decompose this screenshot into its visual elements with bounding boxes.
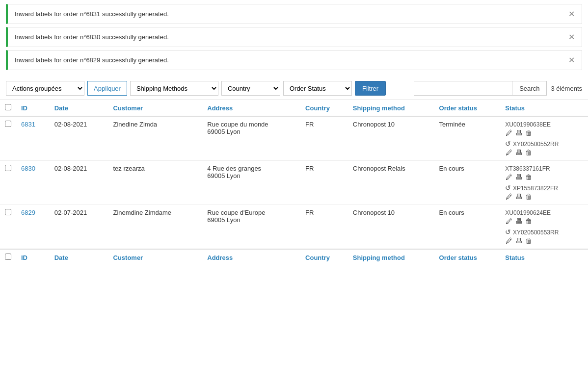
row-country: FR [300,116,348,161]
alert-alert-6830: Inward labels for order n°6830 successfu… [6,27,582,47]
header-order-status: Order status [434,100,501,116]
order-id-link[interactable]: 6830 [21,165,35,172]
delete-icon-2[interactable]: 🗑 [525,149,533,156]
appliquer-button[interactable]: Appliquer [87,81,127,96]
footer-country: Country [300,249,348,265]
print-icon-2[interactable]: 🖶 [515,237,523,245]
header-address: Address [202,100,300,116]
footer-customer: Customer [108,249,203,265]
undo-icon: ↺ [505,184,511,192]
toolbar: Actions groupées Appliquer Shipping Meth… [0,77,588,100]
row-date: 02-07-2021 [50,205,108,250]
orders-table: ID Date Customer Address Country Shippin… [0,100,588,265]
download-icon-2[interactable]: 🖉 [505,193,513,201]
download-icon-1[interactable]: 🖉 [505,129,513,137]
country-select[interactable]: Country [221,81,280,96]
header-country: Country [300,100,348,116]
footer-select-all-checkbox[interactable] [5,254,11,260]
row-status: XT386337161FR 🖉 🖶 🗑 ↺ XP155873822FR 🖉 🖶 … [500,161,588,205]
header-date: Date [50,100,108,116]
tracking-block-2: ↺ XY020500552RR 🖉 🖶 🗑 [505,140,583,156]
toolbar-right: Search 3 éléments [414,81,582,96]
row-customer: Zinedine Zimda [108,116,203,161]
download-icon-2[interactable]: 🖉 [505,237,513,245]
tracking-block-1: XU001990624EE 🖉 🖶 🗑 [505,209,583,225]
header-shipping-method: Shipping method [348,100,434,116]
status-icons-2: 🖉 🖶 🗑 [505,237,583,245]
delete-icon-2[interactable]: 🗑 [525,237,533,245]
alert-close-button[interactable]: ✕ [568,55,575,65]
footer-checkbox-col [0,249,16,265]
print-icon-1[interactable]: 🖶 [515,129,523,137]
row-customer: Zinemdine Zimdame [108,205,203,250]
print-icon-2[interactable]: 🖶 [515,193,523,201]
delete-icon-1[interactable]: 🗑 [525,217,533,225]
status-icons-1: 🖉 🖶 🗑 [505,129,583,137]
row-order-status: En cours [434,161,501,205]
footer-order-status: Order status [434,249,501,265]
tracking-number-1: XU001990638EE [505,121,551,128]
row-id: 6829 [16,205,50,250]
header-customer: Customer [108,100,203,116]
footer-shipping-method: Shipping method [348,249,434,265]
row-checkbox[interactable] [5,165,11,171]
tracking-block-2: ↺ XP155873822FR 🖉 🖶 🗑 [505,184,583,201]
select-all-checkbox[interactable] [5,104,11,110]
download-icon-1[interactable]: 🖉 [505,173,513,181]
alert-close-button[interactable]: ✕ [568,32,575,42]
header-checkbox-col [0,100,16,116]
toolbar-left: Actions groupées Appliquer Shipping Meth… [6,81,386,96]
table-footer-row: ID Date Customer Address Country Shippin… [0,249,588,265]
row-date: 02-08-2021 [50,161,108,205]
row-shipping-method: Chronopost 10 [348,205,434,250]
download-icon-2[interactable]: 🖉 [505,149,513,156]
row-checkbox[interactable] [5,121,11,127]
row-address: Rue coupe d'Europe69005 Lyon [202,205,300,250]
search-area: Search [414,81,547,96]
row-checkbox[interactable] [5,209,11,215]
alert-close-button[interactable]: ✕ [568,9,575,19]
delete-icon-2[interactable]: 🗑 [525,193,533,201]
order-status-select[interactable]: Order Status [283,81,352,96]
tracking-block-2: ↺ XY020500553RR 🖉 🖶 🗑 [505,228,583,245]
row-shipping-method: Chronopost Relais [348,161,434,205]
search-button[interactable]: Search [512,81,547,96]
status-icons-1: 🖉 🖶 🗑 [505,173,583,181]
print-icon-1[interactable]: 🖶 [515,173,523,181]
actions-groupees-select[interactable]: Actions groupées [6,81,84,96]
filtrer-button[interactable]: Filtrer [355,81,386,96]
order-id-link[interactable]: 6831 [21,121,35,128]
status-icons-2: 🖉 🖶 🗑 [505,193,583,201]
print-icon-2[interactable]: 🖶 [515,149,523,156]
footer-address: Address [202,249,300,265]
status-icons-1: 🖉 🖶 🗑 [505,217,583,225]
status-icons-2: 🖉 🖶 🗑 [505,149,583,156]
search-input[interactable] [414,81,512,96]
footer-date: Date [50,249,108,265]
row-customer: tez rzearza [108,161,203,205]
row-status: XU001990624EE 🖉 🖶 🗑 ↺ XY020500553RR 🖉 🖶 … [500,205,588,250]
table-row: 6830 02-08-2021 tez rzearza 4 Rue des gr… [0,161,588,205]
tracking-number-2: XP155873822FR [513,185,558,192]
count-label: 3 éléments [551,85,582,92]
row-address: 4 Rue des granges69005 Lyon [202,161,300,205]
tracking-number-1: XU001990624EE [505,209,551,216]
delete-icon-1[interactable]: 🗑 [525,129,533,137]
shipping-methods-select[interactable]: Shipping Methods [130,81,218,96]
alert-message: Inward labels for order n°6829 successfu… [15,56,169,64]
download-icon-1[interactable]: 🖉 [505,217,513,225]
delete-icon-1[interactable]: 🗑 [525,173,533,181]
footer-id: ID [16,249,50,265]
row-order-status: En cours [434,205,501,250]
table-row: 6831 02-08-2021 Zinedine Zimda Rue coupe… [0,116,588,161]
print-icon-1[interactable]: 🖶 [515,217,523,225]
tracking-number-2: XY020500553RR [513,229,559,236]
row-checkbox-cell [0,116,16,161]
row-country: FR [300,161,348,205]
undo-icon: ↺ [505,228,511,236]
footer-status: Status [500,249,588,265]
row-order-status: Terminée [434,116,501,161]
order-id-link[interactable]: 6829 [21,209,35,216]
alert-alert-6831: Inward labels for order n°6831 successfu… [6,4,582,24]
alert-message: Inward labels for order n°6830 successfu… [15,33,169,41]
